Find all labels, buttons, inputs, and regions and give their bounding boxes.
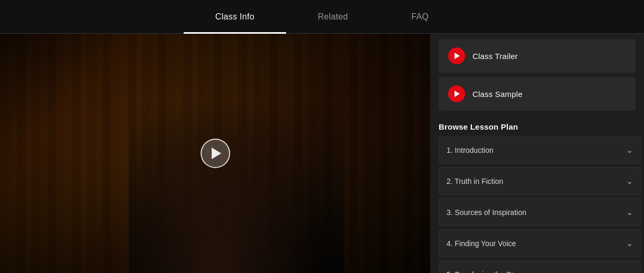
class-trailer-label: Class Trailer [472,52,518,61]
class-sample-label: Class Sample [472,90,523,99]
play-button[interactable] [201,139,230,168]
play-icon [212,148,221,159]
video-panel [0,34,430,273]
chevron-down-icon-2: ⌄ [626,176,633,186]
chevron-down-icon-4: ⌄ [626,238,633,248]
trailer-play-circle [448,47,465,64]
lesson-item-2[interactable]: 2. Truth in Fiction ⌄ [439,167,641,195]
lesson-item-3[interactable]: 3. Sources of Inspiration ⌄ [439,198,641,226]
tab-class-info[interactable]: Class Info [184,0,286,34]
class-trailer-button[interactable]: Class Trailer [439,39,636,73]
video-background [0,34,430,273]
chevron-down-icon-1: ⌄ [626,145,633,155]
lesson-plan-section: Browse Lesson Plan [430,116,644,136]
lesson-item-4-label: 4. Finding Your Voice [447,239,516,248]
lesson-item-5-label: 5. Developing the Story [447,270,524,274]
quick-buttons-container: Class Trailer Class Sample [430,34,644,116]
tab-related[interactable]: Related [286,0,380,34]
sample-play-circle [448,85,465,102]
lesson-list[interactable]: 1. Introduction ⌄ 2. Truth in Fiction ⌄ … [430,136,644,273]
tab-bar: Class Info Related FAQ [0,0,644,34]
tab-faq[interactable]: FAQ [380,0,460,34]
right-panel: Class Trailer Class Sample Browse Lesson… [430,34,644,273]
class-sample-button[interactable]: Class Sample [439,77,636,111]
lesson-item-4[interactable]: 4. Finding Your Voice ⌄ [439,229,641,257]
app-container: Class Info Related FAQ [0,0,644,273]
person-overlay [110,73,321,273]
sample-play-icon [454,91,460,97]
lesson-plan-title: Browse Lesson Plan [439,122,518,131]
lesson-item-3-label: 3. Sources of Inspiration [447,208,526,217]
main-content: Class Trailer Class Sample Browse Lesson… [0,34,644,273]
chevron-down-icon-5: ⌄ [626,269,633,273]
chevron-down-icon-3: ⌄ [626,207,633,217]
lesson-item-2-label: 2. Truth in Fiction [447,177,503,186]
lesson-item-1-label: 1. Introduction [447,146,494,154]
lesson-item-5[interactable]: 5. Developing the Story ⌄ [439,260,641,273]
trailer-play-icon [454,53,460,59]
lesson-item-1[interactable]: 1. Introduction ⌄ [439,136,641,164]
